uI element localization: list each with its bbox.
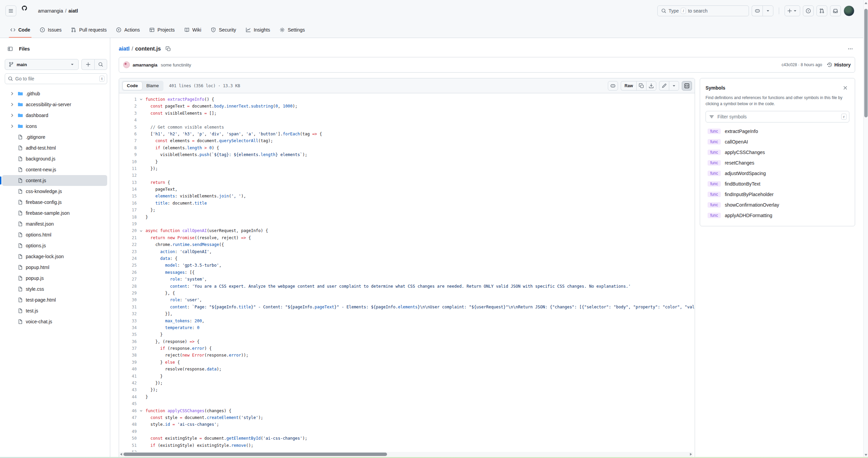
- create-new-button[interactable]: [785, 5, 800, 16]
- line-number[interactable]: 28: [119, 283, 137, 290]
- tree-item-firebase-config.js[interactable]: firebase-config.js: [2, 197, 107, 208]
- tab-blame[interactable]: Blame: [142, 81, 163, 90]
- line-number[interactable]: 36: [119, 338, 137, 345]
- copy-raw-button[interactable]: [636, 81, 646, 91]
- close-symbols-button[interactable]: [841, 84, 849, 92]
- tree-item-popup.html[interactable]: popup.html: [2, 262, 107, 273]
- line-number[interactable]: 39: [119, 359, 137, 366]
- line-number[interactable]: 13: [119, 179, 137, 186]
- tab-code[interactable]: Code: [5, 22, 35, 38]
- line-number[interactable]: 38: [119, 352, 137, 359]
- symbol-item-findInputByPlaceholder[interactable]: funcfindInputByPlaceholder: [706, 189, 849, 199]
- breadcrumb-repo-link[interactable]: aiatl: [119, 46, 130, 52]
- fold-chevron-icon[interactable]: [137, 407, 146, 414]
- tree-item-icons[interactable]: icons: [2, 121, 107, 132]
- line-number[interactable]: 46: [119, 407, 137, 414]
- tree-item-style.css[interactable]: style.css: [2, 284, 107, 294]
- symbol-item-adjustWordSpacing[interactable]: funcadjustWordSpacing: [706, 168, 849, 178]
- line-number[interactable]: 8: [119, 145, 137, 151]
- page-vertical-scrollbar[interactable]: [863, 0, 868, 458]
- symbol-item-findButtonByText[interactable]: funcfindButtonByText: [706, 178, 849, 189]
- fold-chevron-icon[interactable]: [137, 96, 146, 103]
- line-number[interactable]: 32: [119, 310, 137, 317]
- line-number[interactable]: 3: [119, 110, 137, 117]
- tab-settings[interactable]: Settings: [275, 22, 310, 38]
- line-number[interactable]: 41: [119, 373, 137, 380]
- tree-item-content-new.js[interactable]: content-new.js: [2, 164, 107, 175]
- symbol-item-applyADHDFormatting[interactable]: funcapplyADHDFormatting: [706, 210, 849, 221]
- tree-item-options.js[interactable]: options.js: [2, 240, 107, 251]
- symbol-item-callOpenAI[interactable]: funccallOpenAI: [706, 136, 849, 147]
- line-number[interactable]: 51: [119, 442, 137, 449]
- symbols-panel-toggle-button[interactable]: [682, 81, 692, 91]
- copy-path-button[interactable]: [164, 45, 172, 53]
- line-number[interactable]: 43: [119, 386, 137, 393]
- notifications-inbox-button[interactable]: [830, 5, 841, 16]
- line-number[interactable]: 44: [119, 394, 137, 400]
- line-number[interactable]: 45: [119, 400, 137, 407]
- line-number[interactable]: 37: [119, 345, 137, 352]
- tab-actions[interactable]: Actions: [111, 22, 144, 38]
- tab-issues[interactable]: Issues: [35, 22, 66, 38]
- line-number[interactable]: 29: [119, 290, 137, 297]
- line-number[interactable]: 1: [119, 96, 137, 103]
- tree-item-test-page.html[interactable]: test-page.html: [2, 294, 107, 305]
- tree-item-package-lock.json[interactable]: package-lock.json: [2, 251, 107, 262]
- scroll-down-arrow[interactable]: [865, 454, 867, 456]
- tab-pull-requests[interactable]: Pull requests: [66, 22, 111, 38]
- edit-dropdown-button[interactable]: [669, 81, 679, 91]
- chevron-right-icon[interactable]: [9, 123, 15, 129]
- line-number[interactable]: 2: [119, 103, 137, 110]
- tab-projects[interactable]: Projects: [144, 22, 179, 38]
- copilot-code-button[interactable]: [608, 81, 618, 91]
- line-number[interactable]: 30: [119, 297, 137, 303]
- commit-sha-and-time[interactable]: c43c028 · 8 hours ago: [782, 62, 822, 67]
- chevron-right-icon[interactable]: [9, 102, 15, 107]
- line-number[interactable]: 49: [119, 428, 137, 435]
- repo-owner-link[interactable]: amarnangia: [38, 8, 63, 14]
- tree-item-options.html[interactable]: options.html: [2, 229, 107, 240]
- tree-item-test.js[interactable]: test.js: [2, 305, 107, 316]
- user-avatar[interactable]: [844, 5, 854, 16]
- tree-item-firebase-sample.json[interactable]: firebase-sample.json: [2, 208, 107, 218]
- line-number[interactable]: 26: [119, 269, 137, 276]
- search-this-repo-button[interactable]: [94, 59, 107, 70]
- line-number[interactable]: 24: [119, 255, 137, 262]
- line-number[interactable]: 17: [119, 207, 137, 213]
- more-options-button[interactable]: [846, 44, 855, 54]
- line-number[interactable]: 4: [119, 117, 137, 123]
- symbol-item-extractPageInfo[interactable]: funcextractPageInfo: [706, 126, 849, 136]
- tree-item-voice-chat.js[interactable]: voice-chat.js: [2, 316, 107, 327]
- tree-item-manifest.json[interactable]: manifest.json: [2, 218, 107, 229]
- line-number[interactable]: 18: [119, 214, 137, 221]
- commit-message[interactable]: some functinlity: [161, 62, 191, 68]
- tree-item-.github[interactable]: .github: [2, 88, 107, 99]
- branch-selector[interactable]: main: [5, 59, 79, 70]
- tree-item-dashboard[interactable]: dashboard: [2, 110, 107, 121]
- chevron-right-icon[interactable]: [9, 113, 15, 118]
- line-number[interactable]: 19: [119, 221, 137, 227]
- tab-wiki[interactable]: Wiki: [179, 22, 206, 38]
- code-horizontal-scrollbar[interactable]: [119, 452, 693, 457]
- download-button[interactable]: [646, 81, 656, 91]
- line-number[interactable]: 9: [119, 151, 137, 158]
- tree-item-content.js[interactable]: content.js: [2, 175, 107, 186]
- commit-author-avatar[interactable]: [123, 61, 130, 68]
- horizontal-scrollbar-thumb[interactable]: [123, 453, 387, 456]
- line-number[interactable]: 6: [119, 131, 137, 137]
- tab-code[interactable]: Code: [122, 81, 142, 90]
- chevron-right-icon[interactable]: [9, 91, 15, 96]
- scroll-left-arrow[interactable]: [120, 453, 122, 456]
- line-number[interactable]: 14: [119, 186, 137, 193]
- scroll-right-arrow[interactable]: [690, 453, 692, 456]
- line-number[interactable]: 16: [119, 200, 137, 207]
- history-button[interactable]: History: [827, 62, 851, 68]
- hamburger-menu-button[interactable]: [5, 5, 16, 16]
- edit-file-button[interactable]: [659, 81, 669, 91]
- line-number[interactable]: 7: [119, 137, 137, 144]
- line-number[interactable]: 27: [119, 276, 137, 283]
- tree-item-popup.js[interactable]: popup.js: [2, 273, 107, 284]
- tree-item-css-knowledge.js[interactable]: css-knowledge.js: [2, 186, 107, 197]
- line-number[interactable]: 10: [119, 158, 137, 165]
- symbol-item-resetChanges[interactable]: funcresetChanges: [706, 157, 849, 168]
